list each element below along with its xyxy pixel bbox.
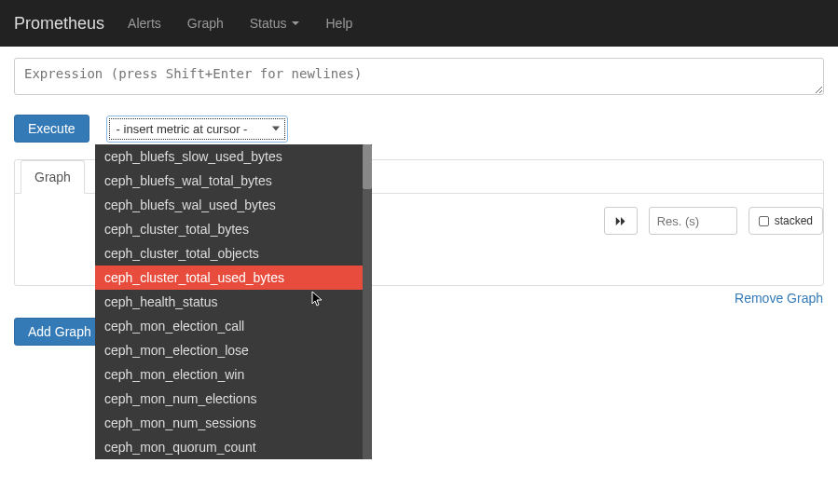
checkbox-icon: [759, 216, 769, 226]
metric-option[interactable]: ceph_cluster_total_objects: [95, 241, 363, 266]
metric-option[interactable]: ceph_mon_quorum_count: [95, 435, 363, 459]
navbar: Prometheus Alerts Graph Status Help: [0, 0, 838, 47]
nav-status-label: Status: [250, 16, 287, 31]
scrollbar[interactable]: [363, 144, 372, 459]
execute-row: Execute - insert metric at cursor -: [14, 115, 824, 143]
tab-graph[interactable]: Graph: [21, 160, 85, 194]
nav-status[interactable]: Status: [250, 16, 300, 31]
metric-option[interactable]: ceph_cluster_total_bytes: [95, 217, 363, 241]
add-graph-button[interactable]: Add Graph: [14, 318, 105, 346]
time-forward-button[interactable]: [604, 207, 638, 235]
metric-option[interactable]: ceph_mon_election_win: [95, 362, 363, 387]
metric-option[interactable]: ceph_mon_election_call: [95, 314, 363, 338]
metric-dropdown: ceph_bluefs_slow_used_bytesceph_bluefs_w…: [95, 144, 372, 459]
nav-graph[interactable]: Graph: [187, 16, 224, 31]
metric-select[interactable]: - insert metric at cursor -: [106, 116, 288, 143]
nav-alerts[interactable]: Alerts: [128, 16, 161, 31]
metric-option[interactable]: ceph_bluefs_wal_total_bytes: [95, 169, 363, 193]
stacked-toggle[interactable]: stacked: [749, 207, 823, 235]
metric-option[interactable]: ceph_bluefs_wal_used_bytes: [95, 193, 363, 217]
stacked-label: stacked: [775, 214, 813, 227]
scrollbar-thumb[interactable]: [363, 144, 372, 189]
metric-option[interactable]: ceph_mon_num_sessions: [95, 411, 363, 435]
metric-dropdown-list: ceph_bluefs_slow_used_bytesceph_bluefs_w…: [95, 144, 363, 459]
nav-help[interactable]: Help: [325, 16, 352, 31]
expression-input[interactable]: [14, 58, 824, 95]
metric-option[interactable]: ceph_cluster_total_used_bytes: [95, 266, 363, 290]
remove-graph-link[interactable]: Remove Graph: [735, 291, 823, 306]
metric-option[interactable]: ceph_mon_election_lose: [95, 338, 363, 362]
resolution-input[interactable]: [649, 207, 737, 235]
execute-button[interactable]: Execute: [14, 115, 89, 143]
fast-forward-icon: [615, 216, 626, 226]
metric-option[interactable]: ceph_health_status: [95, 290, 363, 314]
caret-down-icon: [292, 21, 299, 25]
metric-select-wrap: - insert metric at cursor -: [106, 116, 288, 143]
metric-option[interactable]: ceph_mon_num_elections: [95, 387, 363, 411]
brand-link[interactable]: Prometheus: [14, 14, 104, 34]
metric-option[interactable]: ceph_bluefs_slow_used_bytes: [95, 144, 363, 169]
